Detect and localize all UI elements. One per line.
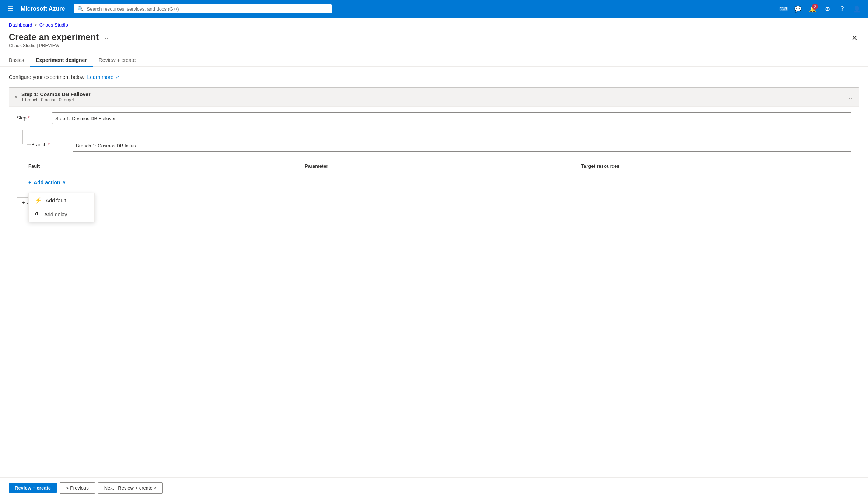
hamburger-menu[interactable]: ☰ (4, 3, 16, 14)
step-header[interactable]: ∧ Step 1: Cosmos DB Failover 1 branch, 0… (9, 88, 859, 106)
add-action-dropdown: ⚡ Add fault ⏱ Add delay (28, 193, 95, 222)
add-delay-item[interactable]: ⏱ Add delay (29, 208, 94, 222)
step-chevron-icon: ∧ (14, 94, 18, 100)
app-title: Microsoft Azure (21, 6, 65, 12)
add-action-chevron-icon: ∨ (63, 180, 66, 185)
learn-more-link[interactable]: Learn more ↗ (87, 74, 119, 80)
step-meta: 1 branch, 0 action, 0 target (21, 97, 91, 102)
branch-input[interactable] (73, 140, 851, 152)
search-input[interactable] (87, 6, 328, 12)
add-delay-label: Add delay (44, 212, 67, 217)
feedback-icon[interactable]: 💬 (791, 2, 805, 15)
page-title: Create an experiment (9, 32, 99, 42)
bottom-bar: Review + create < Previous Next : Review… (0, 477, 868, 491)
fault-icon: ⚡ (35, 197, 42, 204)
step-required-indicator: * (28, 115, 29, 121)
step-body: Step * ... (9, 106, 859, 214)
help-icon[interactable]: ? (836, 2, 849, 15)
profile-icon[interactable]: 👤 (850, 2, 864, 15)
step-field-label: Step * (17, 112, 46, 121)
step-input[interactable] (52, 112, 851, 124)
page-header: Create an experiment ... Chaos Studio | … (0, 29, 868, 48)
search-icon: 🔍 (77, 6, 84, 12)
previous-button[interactable]: < Previous (60, 482, 95, 491)
add-action-row: + Add action ∨ ⚡ Add fault ⏱ Add delay (28, 175, 851, 190)
terminal-icon[interactable]: ⌨ (777, 2, 790, 15)
branch-label: Branch (31, 142, 46, 147)
breadcrumb-chaos-studio[interactable]: Chaos Studio (39, 22, 68, 28)
tab-experiment-designer[interactable]: Experiment designer (30, 54, 93, 67)
tab-bar: Basics Experiment designer Review + crea… (0, 48, 868, 67)
config-description: Configure your experiment below. Learn m… (9, 74, 859, 80)
search-bar[interactable]: 🔍 (74, 4, 332, 13)
step-container: ∧ Step 1: Cosmos DB Failover 1 branch, 0… (9, 87, 859, 214)
branch-required-indicator: * (48, 142, 50, 147)
breadcrumb-sep-1: > (35, 22, 37, 28)
add-fault-label: Add fault (46, 198, 66, 203)
parameter-column-header: Parameter (305, 163, 575, 169)
next-button[interactable]: Next : Review + create > (98, 482, 163, 491)
page-subtitle: Chaos Studio | PREVIEW (9, 43, 109, 48)
tab-review-create[interactable]: Review + create (93, 54, 142, 67)
tab-basics[interactable]: Basics (9, 54, 30, 67)
fault-column-header: Fault (28, 163, 299, 169)
add-fault-item[interactable]: ⚡ Add fault (29, 193, 94, 208)
branch-field-row: Branch * (27, 140, 851, 152)
delay-icon: ⏱ (35, 211, 41, 218)
add-action-plus-icon: + (28, 180, 31, 185)
add-branch-plus-icon: + (22, 200, 25, 205)
notifications-icon[interactable]: 🔔 2 (806, 2, 819, 15)
review-create-button[interactable]: Review + create (9, 483, 57, 491)
header-ellipsis[interactable]: ... (102, 32, 109, 42)
top-navigation: ☰ Microsoft Azure 🔍 ⌨ 💬 🔔 2 ⚙ ? 👤 (0, 0, 868, 18)
fault-table-header: Fault Parameter Target resources (28, 160, 851, 172)
external-link-icon: ↗ (115, 74, 119, 80)
add-action-button[interactable]: + Add action ∨ (28, 180, 66, 185)
target-column-header: Target resources (581, 163, 851, 169)
nav-icons: ⌨ 💬 🔔 2 ⚙ ? 👤 (777, 2, 864, 15)
branch-ellipsis[interactable]: ... (27, 130, 851, 137)
settings-icon[interactable]: ⚙ (821, 2, 834, 15)
main-content: Configure your experiment below. Learn m… (0, 67, 868, 491)
add-action-label: Add action (34, 180, 60, 185)
step-ellipsis[interactable]: ... (846, 92, 854, 102)
breadcrumb-dashboard[interactable]: Dashboard (9, 22, 32, 28)
close-button[interactable]: ✕ (850, 32, 859, 44)
breadcrumb: Dashboard > Chaos Studio (0, 18, 868, 28)
step-title: Step 1: Cosmos DB Failover (21, 91, 91, 97)
notification-badge: 2 (812, 4, 818, 10)
step-field-row: Step * (17, 112, 851, 124)
